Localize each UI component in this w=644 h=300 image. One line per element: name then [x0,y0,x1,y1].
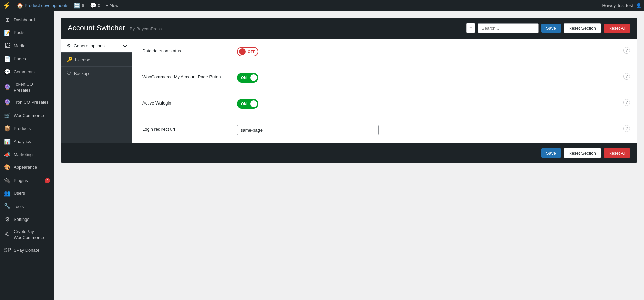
sidebar-item-woocommerce[interactable]: 🛒 WooCommerce [0,109,54,122]
active-walogin-help[interactable]: ? [623,99,630,106]
plugin-footer: Save Reset Section Reset All [61,143,637,163]
active-walogin-label: Active Walogin [142,99,237,106]
sidebar-label-woocommerce: WooCommerce [14,113,50,119]
spay-icon: SP [4,247,11,254]
wp-logo-icon[interactable]: ⚡ [3,1,11,9]
active-walogin-control: ON [237,99,627,109]
toggle-label-off: OFF [248,50,256,54]
footer-reset-section-button[interactable]: Reset Section [564,148,601,158]
new-menu[interactable]: + New [106,3,119,8]
toggle-knob-on2 [250,100,257,107]
marketing-icon: 📣 [4,151,11,158]
sidebar-item-dashboard[interactable]: ⊞ Dashboard [0,14,54,26]
sidebar-item-media[interactable]: 🖼 Media [0,40,54,52]
header-reset-section-button[interactable]: Reset Section [564,23,601,33]
dashboard-icon: ⊞ [4,16,11,24]
sidebar-label-analytics: Analytics [14,139,50,145]
content-area: Account Switcher By BeycanPress ≡ Save R… [54,11,644,300]
login-redirect-control [237,125,627,135]
sidebar-item-tools[interactable]: 🔧 Tools [0,200,54,213]
login-redirect-help[interactable]: ? [623,125,630,132]
user-greeting: Howdy, test test [602,3,633,8]
nav-license-label: License [75,57,90,62]
plugin-body: ⚙ General options 🔑 License 🛡 Backup [61,39,637,143]
site-link[interactable]: 🏠 Product developments [17,2,68,9]
nav-item-license[interactable]: 🔑 License [61,53,132,67]
data-deletion-label: Data deletion status [142,47,237,53]
sidebar-label-plugins: Plugins [14,178,42,184]
sidebar-label-appearance: Appearance [14,164,50,170]
plugin-page: Account Switcher By BeycanPress ≡ Save R… [61,18,637,163]
sidebar-item-cryptopay[interactable]: © CryptoPay WooCommerce [0,226,54,244]
sidebar-item-users[interactable]: 👥 Users [0,187,54,200]
setting-row-active-walogin: Active Walogin ON ? [132,91,637,117]
sidebar-item-marketing[interactable]: 📣 Marketing [0,148,54,161]
admin-bar: ⚡ 🏠 Product developments 🔄 6 💬 0 + New H… [0,0,644,11]
updates-link[interactable]: 🔄 6 [74,2,84,9]
plugin-header: Account Switcher By BeycanPress ≡ Save R… [61,18,637,39]
plugin-title-area: Account Switcher By BeycanPress [68,24,162,32]
sidebar-item-tokenico[interactable]: 🔮 TokenICO Presales [0,78,54,96]
sidebar-item-analytics[interactable]: 📊 Analytics [0,135,54,148]
pages-icon: 📄 [4,55,11,63]
avatar: 👤 [636,3,641,8]
sidebar-item-pages[interactable]: 📄 Pages [0,52,54,65]
data-deletion-toggle[interactable]: OFF [237,47,258,56]
list-view-button[interactable]: ≡ [466,23,475,33]
setting-row-woo-account: WooCommerce My Account Page Buton ON ? [132,65,637,91]
header-reset-all-button[interactable]: Reset All [604,24,630,33]
products-icon: 📦 [4,125,11,132]
footer-save-button[interactable]: Save [541,148,561,158]
nav-item-general[interactable]: ⚙ General options [61,39,132,53]
updates-count: 6 [82,3,84,8]
posts-icon: 📝 [4,29,11,37]
toggle-label-on2: ON [241,102,247,106]
sidebar-item-products[interactable]: 📦 Products [0,122,54,135]
comments-icon: 💬 [90,2,97,9]
nav-item-backup[interactable]: 🛡 Backup [61,67,132,80]
sidebar-item-settings[interactable]: ⚙ Settings [0,213,54,226]
sidebar-item-tronico[interactable]: 🔮 TronICO Presales [0,96,54,109]
sidebar-item-plugins[interactable]: 🔌 Plugins 4 [0,174,54,187]
sidebar-label-tronico: TronICO Presales [14,99,50,106]
plugin-sidenav: ⚙ General options 🔑 License 🛡 Backup [61,39,132,143]
sidebar-label-tokenico: TokenICO Presales [14,81,50,93]
tokenico-icon: 🔮 [4,84,11,91]
page-title: Account Switcher By BeycanPress [68,24,162,32]
comments-icon: 💬 [4,68,11,76]
media-icon: 🖼 [4,42,11,50]
sidebar-label-users: Users [14,190,50,197]
sidebar-label-products: Products [14,125,50,132]
users-icon: 👥 [4,190,11,197]
cryptopay-icon: © [4,231,11,238]
collapse-icon [123,44,127,47]
settings-content: Data deletion status OFF ? WooCommerce M… [132,39,637,143]
woo-account-help[interactable]: ? [623,73,630,80]
search-input[interactable] [478,23,539,33]
login-redirect-input[interactable] [237,125,379,135]
analytics-icon: 📊 [4,138,11,145]
footer-reset-all-button[interactable]: Reset All [604,148,630,158]
sidebar-item-comments[interactable]: 💬 Comments [0,66,54,78]
toggle-knob-off [239,48,246,55]
sidebar-label-cryptopay: CryptoPay WooCommerce [14,229,50,241]
key-icon: 🔑 [67,57,72,62]
admin-bar-right: Howdy, test test 👤 [602,3,641,8]
appearance-icon: 🎨 [4,164,11,171]
header-save-button[interactable]: Save [541,24,561,33]
sidebar-item-posts[interactable]: 📝 Posts [0,26,54,39]
sidebar-item-appearance[interactable]: 🎨 Appearance [0,161,54,174]
data-deletion-help[interactable]: ? [623,47,630,54]
sidebar: ⊞ Dashboard 📝 Posts 🖼 Media 📄 Pages 💬 Co… [0,11,54,300]
woo-account-toggle[interactable]: ON [237,73,258,83]
woo-account-label: WooCommerce My Account Page Buton [142,73,237,79]
toggle-knob-on1 [250,74,257,81]
plugins-icon: 🔌 [4,177,11,184]
updates-icon: 🔄 [74,2,80,9]
comments-link[interactable]: 💬 0 [90,2,100,9]
active-walogin-toggle[interactable]: ON [237,99,258,109]
new-label: New [109,3,118,8]
sidebar-label-spay: SPay Donate [14,247,50,253]
sidebar-item-spay[interactable]: SP SPay Donate [0,244,54,257]
nav-general-label: General options [74,43,105,48]
